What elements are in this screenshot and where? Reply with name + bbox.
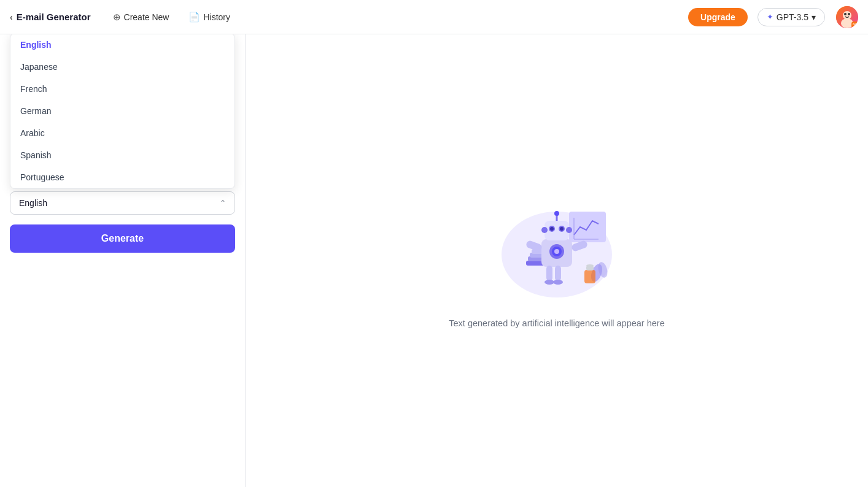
main-content: * Receiver i 3 / 100 * Description Invit… <box>0 34 868 487</box>
svg-point-1 <box>843 11 851 20</box>
create-new-icon: ⊕ <box>113 12 121 23</box>
svg-point-23 <box>566 227 572 233</box>
language-option-portuguese[interactable]: Portuguese <box>10 166 234 188</box>
chevron-up-icon: ⌃ <box>220 199 226 207</box>
sidebar-form: * Receiver i 3 / 100 * Description Invit… <box>0 34 246 487</box>
avatar[interactable]: % <box>836 6 858 28</box>
avatar-badge: % <box>851 21 858 28</box>
ai-placeholder-text: Text generated by artificial intelligenc… <box>449 318 664 328</box>
back-arrow-icon: ‹ <box>10 12 13 22</box>
svg-point-21 <box>560 227 564 231</box>
selected-language-label: English <box>19 198 47 208</box>
svg-point-16 <box>554 249 559 254</box>
back-navigation[interactable]: ‹ E-mail Generator <box>10 12 91 22</box>
language-option-french[interactable]: French <box>10 78 234 100</box>
language-dropdown-trigger[interactable]: English ⌃ <box>10 191 235 215</box>
create-new-button[interactable]: ⊕ Create New <box>106 8 177 26</box>
svg-point-30 <box>544 280 554 285</box>
gpt-icon: ✦ <box>767 12 773 21</box>
history-button[interactable]: 📄 History <box>181 8 238 26</box>
gpt-label: GPT-3.5 <box>777 12 808 22</box>
right-panel: Text generated by artificial intelligenc… <box>246 34 868 487</box>
history-icon: 📄 <box>188 12 200 23</box>
svg-point-22 <box>541 227 548 233</box>
chevron-down-icon: ▾ <box>812 12 816 22</box>
svg-point-31 <box>553 280 563 285</box>
svg-point-25 <box>554 211 559 216</box>
svg-rect-17 <box>544 221 569 240</box>
language-option-arabic[interactable]: Arabic <box>10 122 234 144</box>
svg-point-3 <box>844 13 847 15</box>
svg-point-4 <box>848 13 850 15</box>
upgrade-label: Upgrade <box>700 12 735 22</box>
language-option-japanese[interactable]: Japanese <box>10 56 234 78</box>
app-title: E-mail Generator <box>17 12 91 22</box>
svg-rect-34 <box>584 270 595 283</box>
svg-rect-6 <box>569 212 606 242</box>
svg-rect-28 <box>546 266 552 281</box>
generate-button[interactable]: Generate <box>10 224 235 253</box>
header: ‹ E-mail Generator ⊕ Create New 📄 Histor… <box>0 0 868 34</box>
robot-illustration <box>489 193 624 304</box>
upgrade-button[interactable]: Upgrade <box>688 8 748 26</box>
svg-point-36 <box>586 264 594 267</box>
svg-point-19 <box>550 227 554 231</box>
language-option-english[interactable]: English <box>10 34 234 56</box>
svg-rect-29 <box>555 266 561 281</box>
language-dropdown-list: English Japanese French German Arabic Sp… <box>10 34 235 189</box>
history-label: History <box>203 12 230 22</box>
language-option-spanish[interactable]: Spanish <box>10 144 234 166</box>
language-option-german[interactable]: German <box>10 100 234 122</box>
create-new-label: Create New <box>124 12 169 22</box>
gpt-selector-button[interactable]: ✦ GPT-3.5 ▾ <box>758 8 825 26</box>
language-dropdown-container: English Japanese French German Arabic Sp… <box>10 191 235 215</box>
